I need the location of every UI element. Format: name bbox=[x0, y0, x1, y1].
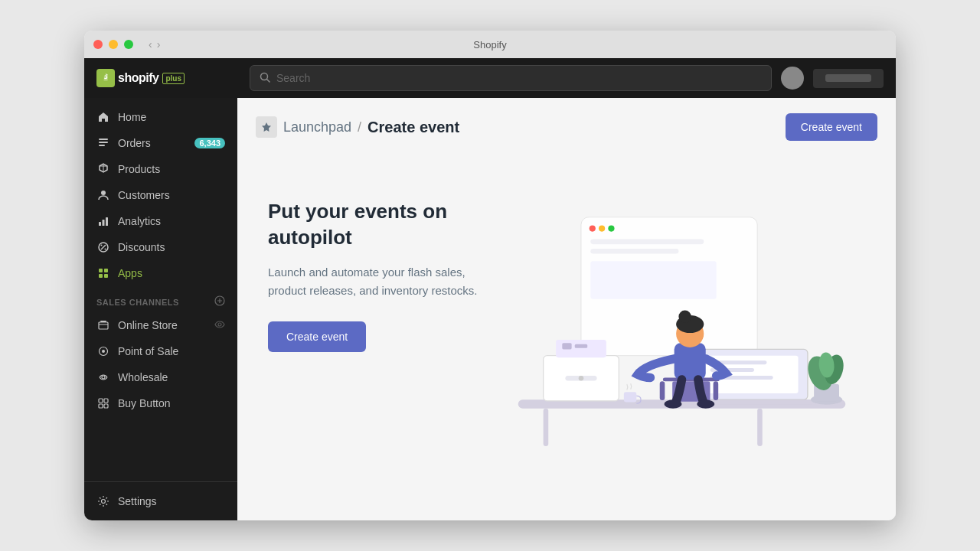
sidebar-item-orders[interactable]: Orders 6,343 bbox=[84, 130, 237, 156]
logo-text: shopify bbox=[118, 71, 158, 85]
svg-point-63 bbox=[664, 399, 681, 409]
products-icon bbox=[96, 162, 110, 176]
sidebar-item-products[interactable]: Products bbox=[84, 156, 237, 182]
settings-icon bbox=[96, 494, 110, 508]
svg-rect-24 bbox=[99, 404, 103, 408]
orders-icon bbox=[96, 136, 110, 150]
sidebar-item-analytics[interactable]: Analytics bbox=[84, 208, 237, 234]
svg-point-62 bbox=[678, 310, 691, 322]
mac-window: ‹ › Shopify s bbox=[84, 31, 896, 520]
create-event-header-button[interactable]: Create event bbox=[786, 113, 877, 141]
sidebar-item-discounts[interactable]: Discounts bbox=[84, 234, 237, 260]
breadcrumb-current: Create event bbox=[368, 119, 459, 136]
store-name bbox=[813, 69, 884, 88]
sidebar-item-wholesale[interactable]: Wholesale bbox=[84, 364, 237, 390]
sidebar-item-home-label: Home bbox=[118, 111, 146, 123]
launchpad-heading: Put your events on autopilot bbox=[268, 199, 498, 251]
sidebar-nav: Home Orders 6,343 bbox=[84, 98, 237, 481]
launchpad-text: Put your events on autopilot Launch and … bbox=[237, 153, 528, 520]
breadcrumb-parent[interactable]: Launchpad bbox=[283, 119, 351, 135]
discounts-icon bbox=[96, 240, 110, 254]
maximize-button[interactable] bbox=[124, 40, 133, 49]
sidebar: shopify plus Home bbox=[84, 58, 237, 520]
svg-rect-12 bbox=[104, 269, 108, 272]
svg-rect-37 bbox=[757, 409, 763, 446]
shopify-icon bbox=[96, 69, 115, 87]
add-channel-button[interactable] bbox=[214, 295, 225, 309]
sidebar-item-online-store-label: Online Store bbox=[118, 319, 178, 331]
back-arrow[interactable]: ‹ bbox=[149, 38, 152, 51]
search-input[interactable] bbox=[276, 72, 762, 84]
svg-rect-6 bbox=[103, 220, 105, 226]
svg-rect-23 bbox=[104, 399, 108, 403]
sidebar-item-wholesale-label: Wholesale bbox=[118, 371, 168, 383]
search-bar[interactable] bbox=[250, 65, 772, 91]
svg-rect-17 bbox=[100, 321, 106, 322]
eye-icon[interactable] bbox=[214, 319, 225, 332]
illustration-area bbox=[468, 153, 896, 520]
sidebar-item-settings-label: Settings bbox=[118, 495, 157, 507]
top-bar bbox=[237, 58, 896, 98]
breadcrumb: Launchpad / Create event bbox=[256, 116, 459, 138]
sidebar-item-products-label: Products bbox=[118, 163, 160, 175]
analytics-icon bbox=[96, 214, 110, 228]
buy-button-icon bbox=[96, 396, 110, 410]
wholesale-icon bbox=[96, 370, 110, 384]
user-avatar bbox=[781, 67, 804, 90]
svg-rect-2 bbox=[99, 142, 108, 143]
svg-point-40 bbox=[579, 376, 584, 381]
sales-channels-label: SALES CHANNELS bbox=[96, 298, 179, 307]
apps-icon bbox=[96, 266, 110, 280]
svg-point-21 bbox=[102, 376, 105, 379]
sidebar-item-settings[interactable]: Settings bbox=[84, 488, 237, 514]
forward-arrow[interactable]: › bbox=[157, 38, 161, 51]
create-event-main-button[interactable]: Create event bbox=[268, 321, 366, 352]
title-bar: ‹ › Shopify bbox=[84, 31, 896, 58]
svg-point-10 bbox=[105, 249, 106, 250]
close-button[interactable] bbox=[93, 40, 103, 49]
search-icon bbox=[260, 72, 270, 85]
svg-rect-16 bbox=[99, 322, 108, 329]
svg-point-64 bbox=[697, 399, 714, 409]
svg-rect-7 bbox=[106, 217, 108, 226]
sidebar-item-apps[interactable]: Apps bbox=[84, 260, 237, 286]
launchpad-description: Launch and automate your flash sales, pr… bbox=[268, 263, 498, 300]
svg-rect-33 bbox=[590, 249, 678, 254]
sidebar-item-buy-button[interactable]: Buy Button bbox=[84, 390, 237, 416]
minimize-button[interactable] bbox=[109, 40, 118, 49]
window-controls bbox=[93, 40, 133, 49]
svg-point-4 bbox=[101, 191, 106, 195]
customers-icon bbox=[96, 188, 110, 202]
sidebar-item-analytics-label: Analytics bbox=[118, 215, 161, 227]
sidebar-item-online-store[interactable]: Online Store bbox=[84, 312, 237, 338]
page-area: Launchpad / Create event Create event Pu… bbox=[237, 98, 896, 520]
sidebar-item-pos-label: Point of Sale bbox=[118, 345, 178, 357]
svg-point-18 bbox=[218, 323, 221, 326]
svg-rect-59 bbox=[675, 343, 706, 380]
sidebar-item-point-of-sale[interactable]: Point of Sale bbox=[84, 338, 237, 364]
navigation-arrows: ‹ › bbox=[149, 38, 160, 51]
svg-point-20 bbox=[102, 350, 105, 353]
sidebar-item-customers-label: Customers bbox=[118, 189, 170, 201]
svg-rect-5 bbox=[99, 222, 101, 226]
svg-rect-34 bbox=[590, 261, 716, 298]
svg-rect-57 bbox=[660, 381, 665, 400]
svg-rect-1 bbox=[99, 139, 108, 140]
svg-point-30 bbox=[599, 225, 605, 231]
home-icon bbox=[96, 110, 110, 124]
sidebar-item-home[interactable]: Home bbox=[84, 104, 237, 130]
sidebar-item-customers[interactable]: Customers bbox=[84, 182, 237, 208]
window-title: Shopify bbox=[473, 39, 506, 51]
launchpad-content: Put your events on autopilot Launch and … bbox=[237, 153, 896, 520]
svg-rect-43 bbox=[575, 344, 587, 348]
page-header: Launchpad / Create event Create event bbox=[237, 98, 896, 153]
svg-rect-14 bbox=[104, 274, 108, 278]
svg-rect-22 bbox=[99, 399, 103, 403]
sidebar-item-discounts-label: Discounts bbox=[118, 241, 165, 253]
svg-point-29 bbox=[590, 225, 596, 231]
sales-channels-section: SALES CHANNELS bbox=[84, 286, 237, 312]
online-store-icon bbox=[96, 318, 110, 332]
logo-plus: plus bbox=[162, 73, 185, 84]
app-body: shopify plus Home bbox=[84, 58, 896, 520]
launchpad-icon bbox=[256, 116, 277, 138]
